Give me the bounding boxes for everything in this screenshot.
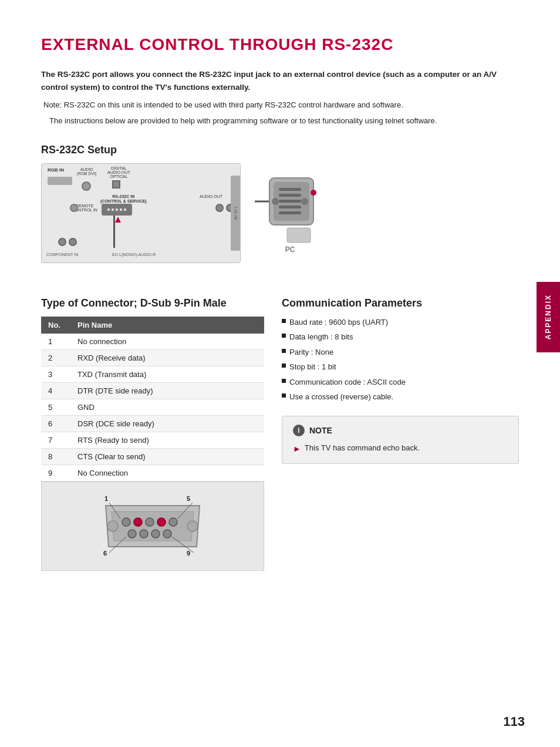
panel-audio-out-left [215, 204, 224, 212]
svg-point-4 [301, 198, 308, 205]
note-indent: The instructions below are provided to h… [41, 115, 519, 127]
svg-point-12 [122, 518, 130, 526]
connector-table: No. Pin Name 1No connection2RXD (Receive… [41, 317, 264, 482]
panel-cable [113, 216, 115, 248]
bullet-icon [282, 349, 286, 353]
table-row: 6DSR (DCE side ready) [41, 415, 264, 432]
cell-pin: GND [70, 399, 264, 415]
table-row: 9No Connection [41, 465, 264, 481]
pc-label: PC [285, 245, 295, 254]
bottom-columns: Type of Connector; D-Sub 9-Pin Male No. … [41, 281, 519, 571]
comm-param-text: Stop bit : 1 bit [289, 361, 336, 373]
panel-audio-label: AUDIO(RGB DVI) [77, 167, 96, 176]
comm-param-item: Stop bit : 1 bit [282, 361, 519, 373]
connector-tbody: 1No connection2RXD (Receive data)3TXD (T… [41, 334, 264, 482]
panel-remote-connector [70, 204, 78, 212]
cell-pin: DTR (DTE side ready) [70, 382, 264, 399]
svg-rect-8 [279, 206, 301, 208]
table-row: 7RTS (Ready to send) [41, 432, 264, 448]
panel-digital-label: DIGITALAUDIO OUTOPTICAL [107, 166, 130, 179]
cell-no: 2 [41, 349, 70, 366]
panel-audio-out-label: AUDIO OUT [200, 194, 222, 198]
svg-point-22 [187, 521, 198, 531]
note-row-1: Note: RS-232C on this unit is intended t… [41, 99, 519, 115]
note-line2: The instructions below are provided to h… [49, 116, 437, 125]
cell-no: 9 [41, 465, 70, 481]
svg-rect-7 [279, 200, 301, 203]
bullet-icon [282, 334, 286, 338]
svg-point-20 [163, 530, 171, 538]
sidebar: APPENDIX [537, 0, 560, 747]
svg-point-21 [107, 521, 118, 531]
svg-text:6: 6 [103, 550, 107, 557]
note-box-item: ► This TV has command echo back. [293, 442, 508, 455]
table-row: 3TXD (Transmit data) [41, 366, 264, 382]
note-box-header: i NOTE [293, 425, 508, 436]
panel-connector-audio [82, 181, 91, 191]
cell-pin: CTS (Clear to send) [70, 448, 264, 465]
panel-rs232-label: RS-232C IN(CONTROL & SERVICE) [100, 194, 147, 204]
note-box-text: This TV has command echo back. [305, 442, 420, 454]
connector-section-heading: Type of Connector; D-Sub 9-Pin Male [41, 297, 264, 309]
bullet-icon [282, 319, 286, 323]
svg-rect-6 [279, 194, 301, 197]
cell-pin: TXD (Transmit data) [70, 366, 264, 382]
col-pin-header: Pin Name [70, 317, 264, 334]
bullet-icon [282, 393, 286, 398]
note-arrow-icon: ► [293, 443, 301, 455]
dsub-diagram: 1 5 6 9 [41, 482, 264, 571]
cell-pin: RXD (Receive data) [70, 349, 264, 366]
note-box-title: NOTE [309, 426, 332, 435]
cell-no: 4 [41, 382, 70, 399]
bullet-icon [282, 379, 286, 383]
cell-no: 3 [41, 366, 70, 382]
svg-text:5: 5 [187, 495, 190, 502]
right-column: Communication Parameters Baud rate : 960… [282, 281, 519, 464]
cell-pin: No Connection [70, 465, 264, 481]
comm-param-item: Baud rate : 9600 bps (UART) [282, 317, 519, 328]
panel-l-connector [58, 238, 66, 246]
pc-connector-svg [255, 169, 325, 245]
cell-no: 5 [41, 399, 70, 415]
note-line1: Note: RS-232C on this unit is intended t… [43, 99, 403, 112]
page-number: 113 [503, 714, 525, 729]
panel-r-connector [69, 238, 77, 246]
comm-section-heading: Communication Parameters [282, 297, 519, 309]
comm-params-list: Baud rate : 9600 bps (UART)Data length :… [282, 317, 519, 403]
col-no-header: No. [41, 317, 70, 334]
svg-point-3 [272, 198, 279, 205]
panel-bottom-label: COMPONENT IN [46, 253, 78, 257]
comm-param-item: Use a crossed (reverse) cable. [282, 391, 519, 403]
setup-image-container: RGB IN AUDIO(RGB DVI) DIGITALAUDIO OUTOP… [41, 163, 519, 263]
comm-param-text: Parity : None [289, 346, 333, 358]
cell-pin: No connection [70, 334, 264, 350]
svg-point-15 [157, 518, 166, 526]
comm-param-item: Data length : 8 bits [282, 331, 519, 343]
cell-pin: RTS (Ready to send) [70, 432, 264, 448]
svg-rect-5 [279, 188, 301, 191]
cell-pin: DSR (DCE side ready) [70, 415, 264, 432]
comm-param-text: Baud rate : 9600 bps (UART) [289, 317, 388, 328]
left-column: Type of Connector; D-Sub 9-Pin Male No. … [41, 281, 264, 571]
table-header-row: No. Pin Name [41, 317, 264, 334]
panel-av-text: AV IN 1 [234, 206, 238, 220]
intro-paragraph: The RS-232C port allows you connect the … [41, 68, 519, 93]
svg-rect-9 [279, 211, 301, 214]
cell-no: 1 [41, 334, 70, 350]
panel-av-bar: AV IN 1 [231, 176, 240, 251]
table-row: 4DTR (DTE side ready) [41, 382, 264, 399]
panel-rs232-connector [102, 204, 132, 216]
panel-bottom-label2: EO L(MONO)-AUDIO-R [112, 253, 156, 257]
table-row: 2RXD (Receive data) [41, 349, 264, 366]
panel-connector-optical [112, 180, 120, 189]
svg-rect-11 [287, 228, 311, 243]
svg-point-13 [134, 518, 142, 526]
note-box: i NOTE ► This TV has command echo back. [282, 416, 519, 464]
comm-param-item: Parity : None [282, 346, 519, 358]
svg-point-18 [140, 530, 148, 538]
setup-section-heading: RS-232C Setup [41, 144, 519, 156]
svg-point-16 [169, 518, 177, 526]
dsub-svg: 1 5 6 9 [94, 494, 211, 558]
table-row: 1No connection [41, 334, 264, 350]
svg-point-14 [146, 518, 154, 526]
